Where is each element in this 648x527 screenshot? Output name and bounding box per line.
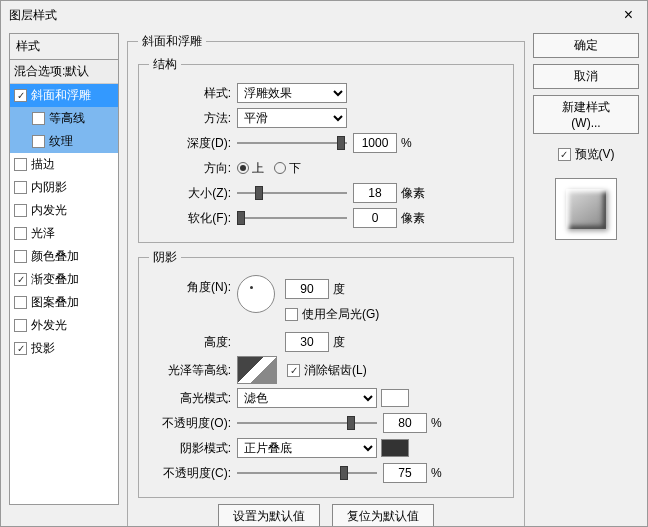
sidebar-check-4[interactable] [14, 181, 27, 194]
sidebar-check-10[interactable] [14, 319, 27, 332]
highlight-mode-select[interactable]: 滤色 [237, 388, 377, 408]
shading-group: 阴影 角度(N): 度 使用全局光(G) [138, 249, 514, 498]
soften-unit: 像素 [401, 210, 425, 227]
sidebar-label-7: 颜色叠加 [31, 248, 79, 265]
sidebar-check-11[interactable] [14, 342, 27, 355]
sidebar-check-2[interactable] [32, 135, 45, 148]
style-label: 样式: [149, 85, 237, 102]
sidebar-check-3[interactable] [14, 158, 27, 171]
gloss-label: 光泽等高线: [149, 362, 237, 379]
size-slider[interactable] [237, 185, 347, 201]
highlight-opacity-label: 不透明度(O): [149, 415, 237, 432]
sidebar-item-1[interactable]: 等高线 [10, 107, 118, 130]
antialias-label: 消除锯齿(L) [304, 362, 367, 379]
sidebar-label-3: 描边 [31, 156, 55, 173]
soften-input[interactable] [353, 208, 397, 228]
technique-label: 方法: [149, 110, 237, 127]
new-style-button[interactable]: 新建样式(W)... [533, 95, 639, 134]
sidebar-label-4: 内阴影 [31, 179, 67, 196]
shadow-opacity-input[interactable] [383, 463, 427, 483]
depth-input[interactable] [353, 133, 397, 153]
sidebar-item-9[interactable]: 图案叠加 [10, 291, 118, 314]
preview-check[interactable] [558, 148, 571, 161]
sidebar-check-8[interactable] [14, 273, 27, 286]
sidebar-check-1[interactable] [32, 112, 45, 125]
ok-button[interactable]: 确定 [533, 33, 639, 58]
sidebar-check-5[interactable] [14, 204, 27, 217]
sidebar-check-0[interactable] [14, 89, 27, 102]
antialias-check[interactable] [287, 364, 300, 377]
sidebar-item-11[interactable]: 投影 [10, 337, 118, 360]
shadow-opacity-unit: % [431, 466, 442, 480]
sidebar-item-blend[interactable]: 混合选项:默认 [10, 60, 118, 84]
sidebar-label-10: 外发光 [31, 317, 67, 334]
sidebar-item-8[interactable]: 渐变叠加 [10, 268, 118, 291]
altitude-label: 高度: [149, 334, 237, 351]
shadow-mode-select[interactable]: 正片叠底 [237, 438, 377, 458]
angle-label: 角度(N): [149, 275, 237, 296]
direction-label: 方向: [149, 160, 237, 177]
preview-label: 预览(V) [575, 146, 615, 163]
sidebar-item-4[interactable]: 内阴影 [10, 176, 118, 199]
soften-slider[interactable] [237, 210, 347, 226]
style-select[interactable]: 浮雕效果 [237, 83, 347, 103]
sidebar-item-0[interactable]: 斜面和浮雕 [10, 84, 118, 107]
highlight-opacity-input[interactable] [383, 413, 427, 433]
highlight-mode-label: 高光模式: [149, 390, 237, 407]
depth-unit: % [401, 136, 412, 150]
make-default-button[interactable]: 设置为默认值 [218, 504, 320, 527]
bevel-legend: 斜面和浮雕 [138, 33, 206, 50]
angle-input[interactable] [285, 279, 329, 299]
preview-swatch [555, 178, 617, 240]
highlight-opacity-slider[interactable] [237, 415, 377, 431]
dir-down-label: 下 [289, 160, 301, 177]
sidebar-check-6[interactable] [14, 227, 27, 240]
reset-default-button[interactable]: 复位为默认值 [332, 504, 434, 527]
close-icon[interactable]: × [618, 6, 639, 24]
shading-legend: 阴影 [149, 249, 181, 266]
sidebar-check-9[interactable] [14, 296, 27, 309]
highlight-opacity-unit: % [431, 416, 442, 430]
bevel-group: 斜面和浮雕 结构 样式: 浮雕效果 方法: 平滑 深度(D): % [127, 33, 525, 527]
sidebar-label-9: 图案叠加 [31, 294, 79, 311]
sidebar-label-8: 渐变叠加 [31, 271, 79, 288]
technique-select[interactable]: 平滑 [237, 108, 347, 128]
sidebar-item-2[interactable]: 纹理 [10, 130, 118, 153]
dir-up-label: 上 [252, 160, 264, 177]
sidebar-item-6[interactable]: 光泽 [10, 222, 118, 245]
angle-unit: 度 [333, 281, 345, 298]
altitude-input[interactable] [285, 332, 329, 352]
shadow-color-swatch[interactable] [381, 439, 409, 457]
sidebar-label-6: 光泽 [31, 225, 55, 242]
depth-label: 深度(D): [149, 135, 237, 152]
dialog-title: 图层样式 [9, 7, 57, 24]
shadow-opacity-label: 不透明度(C): [149, 465, 237, 482]
sidebar-check-7[interactable] [14, 250, 27, 263]
global-light-check[interactable] [285, 308, 298, 321]
sidebar-item-10[interactable]: 外发光 [10, 314, 118, 337]
altitude-unit: 度 [333, 334, 345, 351]
soften-label: 软化(F): [149, 210, 237, 227]
highlight-color-swatch[interactable] [381, 389, 409, 407]
dir-up-radio[interactable] [237, 162, 249, 174]
sidebar-item-5[interactable]: 内发光 [10, 199, 118, 222]
shadow-opacity-slider[interactable] [237, 465, 377, 481]
sidebar-label-11: 投影 [31, 340, 55, 357]
size-input[interactable] [353, 183, 397, 203]
sidebar-item-3[interactable]: 描边 [10, 153, 118, 176]
sidebar-label-0: 斜面和浮雕 [31, 87, 91, 104]
structure-group: 结构 样式: 浮雕效果 方法: 平滑 深度(D): % 方向: 上 [138, 56, 514, 243]
sidebar-item-7[interactable]: 颜色叠加 [10, 245, 118, 268]
dir-down-radio[interactable] [274, 162, 286, 174]
sidebar-label-1: 等高线 [49, 110, 85, 127]
structure-legend: 结构 [149, 56, 181, 73]
depth-slider[interactable] [237, 135, 347, 151]
styles-panel: 样式 混合选项:默认斜面和浮雕等高线纹理描边内阴影内发光光泽颜色叠加渐变叠加图案… [9, 33, 119, 527]
gloss-contour-picker[interactable] [237, 356, 277, 384]
sidebar-label-5: 内发光 [31, 202, 67, 219]
styles-header: 样式 [9, 33, 119, 59]
cancel-button[interactable]: 取消 [533, 64, 639, 89]
angle-dial[interactable] [237, 275, 275, 313]
sidebar-label-2: 纹理 [49, 133, 73, 150]
global-light-label: 使用全局光(G) [302, 306, 379, 323]
